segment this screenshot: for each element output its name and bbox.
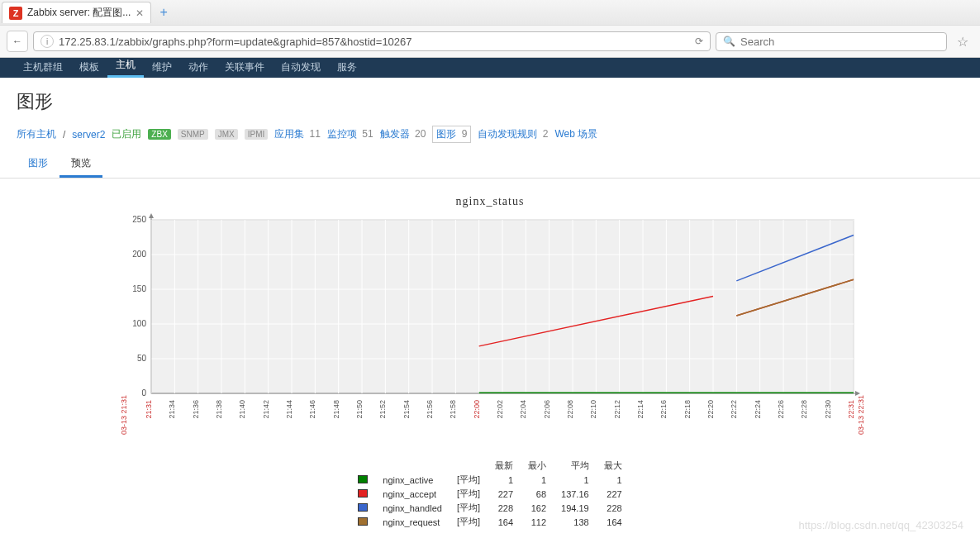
tab-bar: Z Zabbix server: 配置图... ✕ + [0, 0, 980, 25]
back-button[interactable]: ← [7, 31, 28, 52]
nav-item[interactable]: 模板 [71, 58, 107, 78]
host-link[interactable]: server2 [72, 129, 105, 140]
nav-item[interactable]: 自动发现 [273, 58, 329, 78]
search-box[interactable]: 🔍 [716, 32, 947, 51]
svg-text:250: 250 [132, 215, 146, 224]
favicon-icon: Z [9, 7, 22, 20]
url-input[interactable] [59, 36, 695, 48]
page-title: 图形 [0, 78, 980, 122]
host-bar: 所有主机/server2已启用ZBXSNMPJMXIPMI应用集 11监控项 5… [0, 122, 980, 151]
svg-text:21:56: 21:56 [426, 400, 434, 419]
svg-text:21:54: 21:54 [402, 400, 411, 419]
nav-item[interactable]: 关联事件 [216, 58, 273, 78]
tab-title: Zabbix server: 配置图... [27, 6, 131, 20]
chart-preview: nginx_status 05010015020025021:3121:3421… [0, 179, 980, 538]
url-box[interactable]: i ⟳ [33, 31, 711, 51]
svg-text:150: 150 [132, 284, 146, 293]
svg-text:22:14: 22:14 [636, 400, 645, 419]
svg-text:21:40: 21:40 [238, 400, 246, 419]
nav-item[interactable]: 主机 [107, 58, 144, 78]
sub-tab[interactable]: 预览 [59, 151, 102, 178]
svg-text:21:44: 21:44 [285, 400, 293, 419]
host-section-link[interactable]: 自动发现规则 [478, 128, 537, 140]
svg-text:22:16: 22:16 [659, 400, 668, 419]
svg-text:22:00: 22:00 [473, 400, 481, 419]
agent-badge: JMX [215, 129, 238, 140]
legend-table: 最新最小平均最大 nginx_active [平均] 1111 nginx_ac… [350, 458, 630, 530]
svg-text:22:06: 22:06 [543, 400, 551, 419]
new-tab-button[interactable]: + [155, 5, 172, 20]
svg-text:22:30: 22:30 [824, 400, 832, 419]
svg-text:0: 0 [141, 388, 146, 398]
legend-row: nginx_handled [平均] 228162194.19228 [351, 502, 628, 514]
svg-text:22:22: 22:22 [730, 400, 738, 419]
svg-text:22:18: 22:18 [683, 400, 692, 419]
svg-text:21:48: 21:48 [332, 400, 340, 419]
svg-text:50: 50 [137, 354, 147, 363]
nav-item[interactable]: 服务 [329, 58, 365, 78]
sub-tabs: 图形预览 [0, 151, 980, 179]
svg-text:03-13 22:31: 03-13 22:31 [857, 395, 865, 435]
agent-badge: SNMP [178, 129, 208, 140]
nav-item[interactable]: 维护 [144, 58, 180, 78]
all-hosts-link[interactable]: 所有主机 [17, 127, 56, 141]
legend-row: nginx_active [平均] 1111 [351, 474, 628, 486]
chart-canvas: 05010015020025021:3121:3421:3621:3821:40… [110, 212, 870, 451]
svg-text:22:20: 22:20 [706, 400, 715, 419]
legend-row: nginx_request [平均] 164112138164 [351, 516, 628, 528]
svg-text:21:34: 21:34 [168, 400, 176, 419]
reload-icon[interactable]: ⟳ [695, 36, 703, 47]
svg-text:21:58: 21:58 [449, 400, 457, 419]
svg-text:22:31: 22:31 [847, 400, 855, 419]
enabled-label: 已启用 [112, 127, 141, 141]
host-section-link[interactable]: 监控项 [327, 128, 357, 140]
svg-text:22:08: 22:08 [566, 400, 574, 419]
host-section-link[interactable]: 触发器 [380, 128, 410, 140]
chart-title: nginx_status [456, 195, 525, 208]
svg-text:21:46: 21:46 [308, 400, 316, 419]
svg-text:22:28: 22:28 [800, 400, 808, 419]
browser-tab[interactable]: Z Zabbix server: 配置图... ✕ [2, 2, 151, 23]
info-icon[interactable]: i [40, 35, 54, 48]
search-icon: 🔍 [723, 36, 735, 47]
address-bar: ← i ⟳ 🔍 ☆ [0, 25, 980, 57]
svg-text:22:12: 22:12 [613, 400, 621, 419]
browser-chrome: Z Zabbix server: 配置图... ✕ + ← i ⟳ 🔍 ☆ [0, 0, 980, 58]
host-section-link[interactable]: 应用集 [274, 128, 304, 140]
svg-text:21:36: 21:36 [192, 400, 200, 419]
chart-svg: 05010015020025021:3121:3421:3621:3821:40… [110, 212, 870, 451]
host-section-link[interactable]: Web 场景 [554, 128, 597, 140]
svg-text:21:42: 21:42 [262, 400, 270, 419]
sub-tab[interactable]: 图形 [17, 151, 59, 178]
svg-text:21:52: 21:52 [378, 400, 387, 419]
legend-row: nginx_accept [平均] 22768137.16227 [351, 488, 628, 500]
top-nav: 主机群组模板主机维护动作关联事件自动发现服务 [0, 58, 980, 78]
svg-marker-14 [149, 213, 154, 218]
svg-text:22:10: 22:10 [589, 400, 597, 419]
host-section-link[interactable]: 图形 [436, 128, 456, 140]
svg-text:22:24: 22:24 [754, 400, 762, 419]
svg-text:22:04: 22:04 [519, 400, 527, 419]
svg-text:22:02: 22:02 [496, 400, 504, 419]
nav-item[interactable]: 动作 [180, 58, 216, 78]
svg-text:100: 100 [132, 319, 146, 328]
nav-item[interactable]: 主机群组 [15, 58, 71, 78]
bookmark-icon[interactable]: ☆ [952, 34, 973, 50]
agent-badge: IPMI [245, 129, 269, 140]
svg-text:21:38: 21:38 [215, 400, 223, 419]
search-input[interactable] [740, 36, 940, 48]
close-icon[interactable]: ✕ [136, 7, 144, 19]
svg-text:21:50: 21:50 [355, 400, 364, 419]
zbx-badge: ZBX [148, 129, 170, 140]
svg-text:200: 200 [132, 250, 146, 259]
svg-text:21:31: 21:31 [145, 400, 153, 419]
svg-text:22:26: 22:26 [777, 400, 785, 419]
svg-text:03-13 21:31: 03-13 21:31 [120, 395, 128, 435]
